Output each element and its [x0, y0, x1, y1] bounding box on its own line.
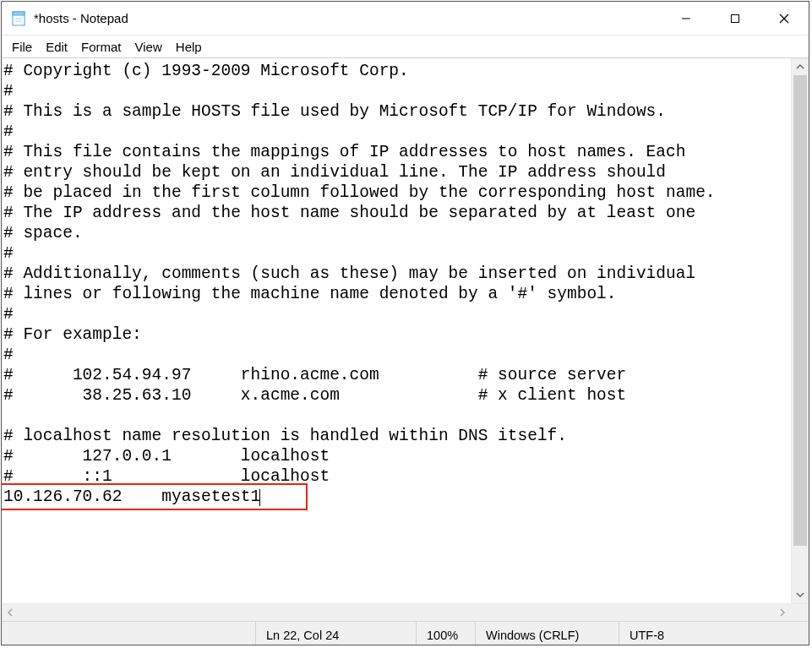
horizontal-scroll-track[interactable] [19, 604, 774, 621]
window-title: *hosts - Notepad [34, 11, 128, 25]
menu-format[interactable]: Format [74, 38, 128, 56]
vertical-scroll-track[interactable] [792, 75, 809, 586]
notepad-icon [10, 10, 27, 27]
horizontal-scrollbar[interactable] [2, 603, 809, 621]
menu-help[interactable]: Help [169, 38, 209, 56]
menu-file[interactable]: File [5, 38, 39, 56]
status-blank [2, 622, 255, 645]
minimize-button[interactable] [662, 2, 711, 35]
scroll-left-arrow-icon[interactable] [2, 604, 19, 621]
svg-rect-1 [13, 12, 25, 15]
scroll-right-arrow-icon[interactable] [774, 604, 791, 621]
vertical-scrollbar[interactable] [791, 58, 809, 603]
maximize-button[interactable] [711, 2, 760, 35]
status-cursor-position: Ln 22, Col 24 [255, 622, 416, 645]
text-editor[interactable]: # Copyright (c) 1993-2009 Microsoft Corp… [2, 58, 791, 603]
status-bar: Ln 22, Col 24 100% Windows (CRLF) UTF-8 [2, 621, 809, 645]
menu-view[interactable]: View [128, 38, 169, 56]
svg-rect-5 [732, 14, 739, 22]
status-zoom: 100% [416, 622, 475, 645]
editor-area: # Copyright (c) 1993-2009 Microsoft Corp… [2, 57, 809, 603]
close-button[interactable] [760, 2, 809, 35]
menu-bar: File Edit Format View Help [2, 35, 809, 57]
scroll-corner [791, 604, 809, 621]
scroll-up-arrow-icon[interactable] [792, 58, 809, 75]
scroll-down-arrow-icon[interactable] [792, 586, 809, 603]
title-bar[interactable]: *hosts - Notepad [2, 2, 809, 35]
notepad-window: *hosts - Notepad File Edit Format View H… [1, 1, 809, 645]
menu-edit[interactable]: Edit [39, 38, 74, 56]
window-controls [662, 2, 809, 35]
vertical-scroll-thumb[interactable] [793, 75, 807, 546]
status-encoding: UTF-8 [619, 622, 809, 645]
status-line-ending: Windows (CRLF) [475, 622, 619, 645]
text-content[interactable]: # Copyright (c) 1993-2009 Microsoft Corp… [2, 58, 791, 509]
